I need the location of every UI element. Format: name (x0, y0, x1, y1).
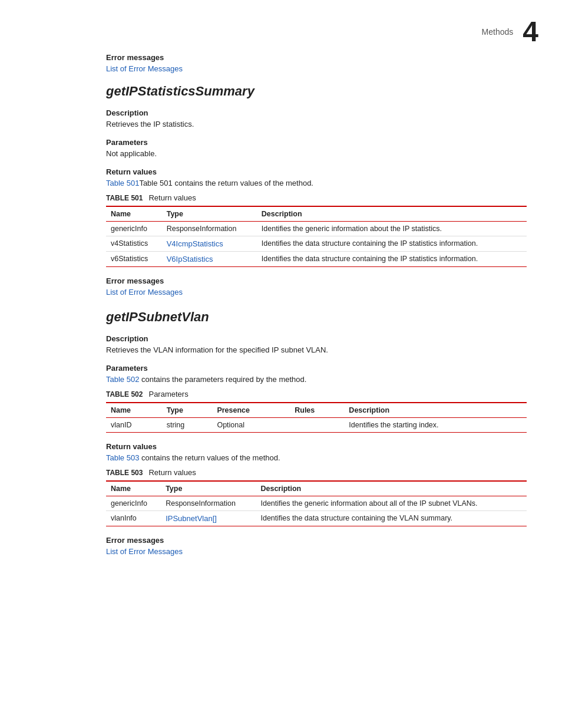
return-values-intro-2: Table 503 contains the return values of … (106, 453, 527, 462)
table-row: vlanInfoIPSubnetVlan[]Identifies the dat… (106, 511, 527, 526)
table502-col-type: Type (162, 403, 213, 418)
table503-label: TABLE 503 (106, 469, 143, 477)
section1-title: getIPStatisticsSummary (106, 84, 527, 99)
section2-parameters: Parameters Table 502 contains the parame… (106, 364, 527, 384)
cell-type[interactable]: V6IpStatistics (162, 252, 257, 267)
cell-description: Identifies the data structure containing… (257, 236, 527, 252)
section2-description: Description Retrieves the VLAN informati… (106, 334, 527, 354)
section1-return-values: Return values Table 501Table 501 contain… (106, 167, 527, 187)
table-row: vlanIDstringOptionalIdentifies the start… (106, 418, 527, 433)
cell-description: Identifies the generic information about… (257, 222, 527, 236)
table503-wrapper: TABLE 503 Return values Name Type Descri… (106, 468, 527, 526)
error-messages-link-2[interactable]: List of Error Messages (106, 547, 183, 556)
error-messages-link-1b[interactable]: List of Error Messages (106, 288, 183, 297)
page-header: Methods 4 (482, 18, 538, 46)
error-messages-label-1b: Error messages (106, 276, 527, 285)
description-text-2: Retrieves the VLAN information for the s… (106, 345, 527, 354)
cell-type: string (162, 418, 213, 433)
section1-parameters: Parameters Not applicable. (106, 138, 527, 158)
chapter-number: 4 (523, 18, 538, 46)
table503-col-description: Description (256, 481, 527, 496)
table502-col-name: Name (106, 403, 162, 418)
table502-col-description: Description (344, 403, 527, 418)
table503-col-name: Name (106, 481, 161, 496)
section1-error-messages-2: Error messages List of Error Messages (106, 276, 527, 297)
section-label: Methods (482, 27, 514, 37)
cell-type[interactable]: IPSubnetVlan[] (161, 511, 256, 526)
table502: Name Type Presence Rules Description vla… (106, 402, 527, 433)
cell-name: v6Statistics (106, 252, 162, 267)
table501-col-description: Description (257, 206, 527, 222)
table501-link[interactable]: Table 501 (106, 179, 139, 187)
cell-name: vlanInfo (106, 511, 161, 526)
cell-type: ResponseInformation (161, 496, 256, 511)
parameters-intro-2: Table 502 contains the parameters requir… (106, 375, 527, 384)
table-row: genericInfoResponseInformationIdentifies… (106, 222, 527, 236)
table501-header-row: Name Type Description (106, 206, 527, 222)
cell-description: Identifies the starting index. (344, 418, 527, 433)
error-messages-label-2: Error messages (106, 536, 527, 545)
table-row: v6StatisticsV6IpStatisticsIdentifies the… (106, 252, 527, 267)
table502-label: TABLE 502 (106, 390, 143, 398)
parameters-text-1: Not applicable. (106, 149, 527, 158)
table501-label: TABLE 501 (106, 194, 143, 202)
parameters-label-1: Parameters (106, 138, 527, 147)
table503-link[interactable]: Table 503 (106, 453, 139, 462)
table501-caption: Return values (148, 193, 196, 202)
section-error-messages-1: Error messages List of Error Messages (106, 53, 527, 73)
table501-wrapper: TABLE 501 Return values Name Type Descri… (106, 193, 527, 267)
return-values-intro-1: Table 501Table 501 contains the return v… (106, 179, 527, 187)
cell-name: genericInfo (106, 496, 161, 511)
table502-col-presence: Presence (212, 403, 290, 418)
cell-type[interactable]: V4IcmpStatistics (162, 236, 257, 252)
cell-description: Identifies the generic information about… (256, 496, 527, 511)
table502-header-row: Name Type Presence Rules Description (106, 403, 527, 418)
return-values-label-2: Return values (106, 442, 527, 451)
table502-wrapper: TABLE 502 Parameters Name Type Presence … (106, 390, 527, 433)
table501-col-type: Type (162, 206, 257, 222)
section2-title: getIPSubnetVlan (106, 309, 527, 325)
return-values-label-1: Return values (106, 167, 527, 176)
table503: Name Type Description genericInfoRespons… (106, 480, 527, 526)
table503-caption: Return values (148, 468, 196, 477)
table503-col-type: Type (161, 481, 256, 496)
table503-header-row: Name Type Description (106, 481, 527, 496)
cell-presence: Optional (212, 418, 290, 433)
section2-error-messages: Error messages List of Error Messages (106, 536, 527, 556)
table501: Name Type Description genericInfoRespons… (106, 206, 527, 267)
table502-intro-link[interactable]: Table 502 (106, 375, 139, 384)
table501-col-name: Name (106, 206, 162, 222)
cell-rules (290, 418, 344, 433)
table502-caption: Parameters (148, 390, 188, 398)
error-messages-link-1[interactable]: List of Error Messages (106, 64, 183, 73)
cell-name: genericInfo (106, 222, 162, 236)
description-label-1: Description (106, 108, 527, 117)
section2-return-values: Return values Table 503 contains the ret… (106, 442, 527, 462)
table502-col-rules: Rules (290, 403, 344, 418)
description-label-2: Description (106, 334, 527, 343)
cell-description: Identifies the data structure containing… (257, 252, 527, 267)
description-text-1: Retrieves the IP statistics. (106, 120, 527, 129)
cell-type: ResponseInformation (162, 222, 257, 236)
cell-description: Identifies the data structure containing… (256, 511, 527, 526)
parameters-label-2: Parameters (106, 364, 527, 373)
cell-name: vlanID (106, 418, 162, 433)
section1-description: Description Retrieves the IP statistics. (106, 108, 527, 129)
cell-name: v4Statistics (106, 236, 162, 252)
error-messages-label-1: Error messages (106, 53, 527, 62)
table-row: v4StatisticsV4IcmpStatisticsIdentifies t… (106, 236, 527, 252)
table-row: genericInfoResponseInformationIdentifies… (106, 496, 527, 511)
